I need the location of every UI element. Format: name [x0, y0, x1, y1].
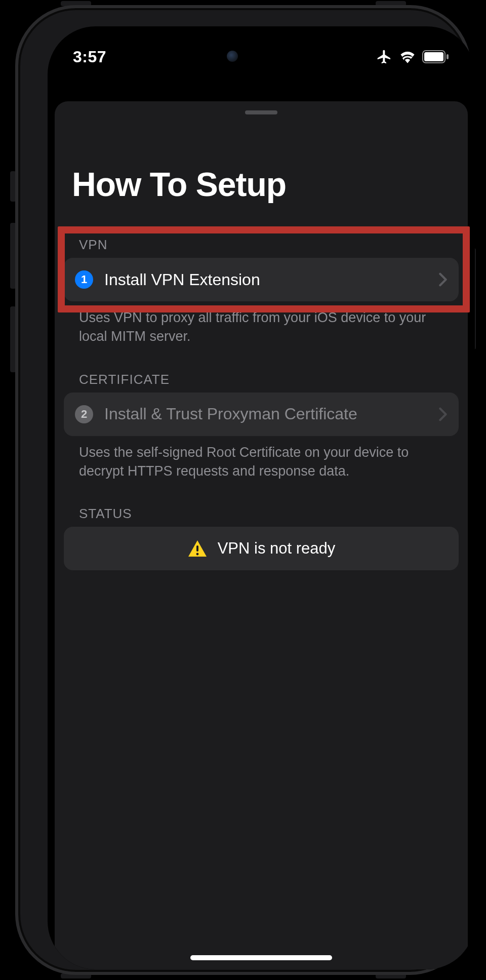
step-number: 1 — [81, 273, 87, 286]
vpn-status-text: VPN is not ready — [218, 539, 336, 558]
chevron-right-icon — [438, 407, 448, 421]
section-footer-vpn: Uses VPN to proxy all traffic from your … — [55, 301, 468, 364]
chevron-right-icon — [438, 272, 448, 287]
sheet-grabber[interactable] — [245, 110, 277, 114]
airplane-mode-icon — [376, 49, 393, 65]
status-time: 3:57 — [73, 37, 106, 66]
wifi-icon — [399, 50, 416, 63]
svg-point-4 — [196, 553, 198, 556]
svg-rect-1 — [424, 52, 443, 61]
row-label: Install & Trust Proxyman Certificate — [104, 405, 427, 423]
phone-front-camera — [227, 51, 238, 62]
svg-rect-3 — [196, 545, 198, 552]
battery-icon — [422, 50, 450, 63]
warning-icon — [187, 539, 208, 558]
row-label: Install VPN Extension — [104, 270, 427, 289]
phone-notch — [183, 26, 340, 52]
section-footer-certificate: Uses the self-signed Root Certificate on… — [55, 436, 468, 498]
vpn-status-row: VPN is not ready — [64, 527, 459, 570]
phone-frame: 3:57 How — [15, 5, 471, 975]
page-title: How To Setup — [55, 135, 468, 229]
step-number: 2 — [81, 408, 87, 421]
home-indicator[interactable] — [190, 955, 332, 960]
section-header-certificate: CERTIFICATE — [55, 364, 468, 393]
install-certificate-row[interactable]: 2 Install & Trust Proxyman Certificate — [64, 393, 459, 436]
section-header-vpn: VPN — [55, 229, 468, 258]
status-indicators — [376, 38, 450, 65]
section-header-status: STATUS — [55, 498, 468, 527]
setup-sheet[interactable]: How To Setup VPN 1 Install VPN Extension… — [55, 101, 468, 969]
phone-screen: 3:57 How — [48, 26, 475, 969]
step-number-badge: 1 — [75, 270, 93, 289]
step-number-badge: 2 — [75, 405, 93, 423]
install-vpn-extension-row[interactable]: 1 Install VPN Extension — [64, 258, 459, 301]
svg-rect-2 — [447, 54, 449, 59]
